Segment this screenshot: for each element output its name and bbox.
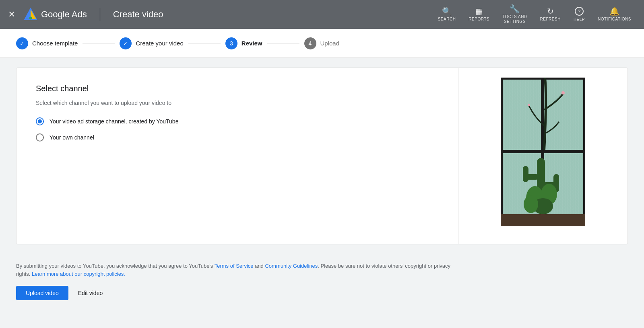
header-logo: Google Ads [23, 7, 87, 22]
radio-storage-channel-indicator [36, 117, 44, 125]
step4-circle: 4 [304, 37, 316, 49]
svg-point-18 [524, 195, 538, 213]
notifications-label: NOTIFICATIONS [598, 17, 631, 22]
tools-label: TOOLS AND SETTINGS [502, 14, 527, 24]
radio-own-channel-label: Your own channel [50, 134, 94, 141]
select-channel-panel: Select channel Select which channel you … [17, 68, 458, 244]
search-label: SEARCH [438, 17, 456, 22]
reports-button[interactable]: ▦ REPORTS [464, 5, 494, 24]
notifications-button[interactable]: 🔔 NOTIFICATIONS [593, 5, 636, 24]
step3-circle: 3 [225, 37, 237, 49]
step2-circle: ✓ [120, 37, 132, 49]
refresh-button[interactable]: ↻ REFRESH [535, 5, 566, 24]
disclaimer-before-tos: By submitting your videos to YouTube, yo… [16, 263, 215, 269]
step3-label: Review [242, 40, 262, 47]
svg-point-19 [561, 91, 565, 94]
step-review: 3 Review [225, 37, 262, 49]
reports-label: REPORTS [469, 17, 489, 22]
select-channel-title: Select channel [36, 84, 439, 93]
select-channel-description: Select which channel you want to upload … [36, 100, 439, 106]
radio-storage-channel-label: Your video ad storage channel, created b… [50, 118, 178, 125]
upload-video-button[interactable]: Upload video [16, 286, 68, 300]
svg-point-3 [29, 16, 32, 19]
footer-disclaimer: By submitting your videos to YouTube, yo… [16, 262, 459, 278]
svg-rect-21 [501, 214, 585, 226]
help-icon: ? [575, 7, 584, 16]
step2-label: Create your video [136, 40, 183, 47]
notifications-icon: 🔔 [609, 7, 619, 15]
community-guidelines-link[interactable]: Community Guidelines [265, 263, 318, 269]
step3-number: 3 [230, 40, 233, 47]
step4-label: Upload [320, 40, 340, 47]
close-button[interactable]: ✕ [8, 9, 15, 20]
page-title: Create video [113, 9, 163, 20]
app-name: Google Ads [41, 9, 87, 20]
tools-icon: 🔧 [510, 5, 520, 13]
app-header: ✕ Google Ads Create video 🔍 SEARCH ▦ REP… [0, 0, 644, 29]
help-button[interactable]: ? HELP [569, 4, 590, 25]
step-upload: 4 Upload [304, 37, 340, 49]
copyright-policies-link[interactable]: Learn more about our copyright policies. [32, 271, 125, 277]
step2-check-icon: ✓ [123, 40, 128, 47]
header-divider [100, 8, 100, 21]
terms-of-service-link[interactable]: Terms of Service [215, 263, 254, 269]
video-preview-scene [501, 78, 585, 226]
radio-own-channel[interactable]: Your own channel [36, 133, 439, 141]
step1-label: Choose template [32, 40, 78, 47]
step1-circle: ✓ [16, 37, 28, 49]
step-connector-3 [267, 43, 299, 43]
stepper: ✓ Choose template ✓ Create your video 3 … [0, 29, 644, 58]
step-choose-template: ✓ Choose template [16, 37, 78, 49]
step-connector-1 [83, 43, 115, 43]
refresh-icon: ↻ [547, 7, 554, 15]
disclaimer-between: and [254, 263, 265, 269]
search-button[interactable]: 🔍 SEARCH [433, 5, 461, 24]
header-actions: 🔍 SEARCH ▦ REPORTS 🔧 TOOLS AND SETTINGS … [433, 2, 636, 27]
edit-video-button[interactable]: Edit video [75, 286, 106, 300]
footer: By submitting your videos to YouTube, yo… [0, 254, 644, 308]
step4-number: 4 [309, 40, 312, 47]
tools-settings-button[interactable]: 🔧 TOOLS AND SETTINGS [497, 2, 532, 27]
radio-own-channel-indicator [36, 133, 44, 141]
main-content: Select channel Select which channel you … [0, 58, 644, 254]
svg-rect-12 [523, 166, 528, 182]
step-create-video: ✓ Create your video [120, 37, 183, 49]
radio-storage-channel[interactable]: Your video ad storage channel, created b… [36, 117, 439, 125]
refresh-label: REFRESH [540, 17, 561, 22]
reports-icon: ▦ [475, 7, 483, 15]
step1-check-icon: ✓ [20, 40, 25, 47]
google-ads-logo-icon [23, 7, 38, 22]
step-connector-2 [188, 43, 221, 43]
svg-point-20 [528, 104, 530, 106]
video-preview-panel [458, 68, 627, 244]
content-card: Select channel Select which channel you … [16, 68, 628, 244]
video-preview [501, 78, 585, 226]
search-icon: 🔍 [442, 7, 452, 15]
help-label: HELP [574, 17, 585, 22]
footer-buttons: Upload video Edit video [16, 286, 628, 300]
